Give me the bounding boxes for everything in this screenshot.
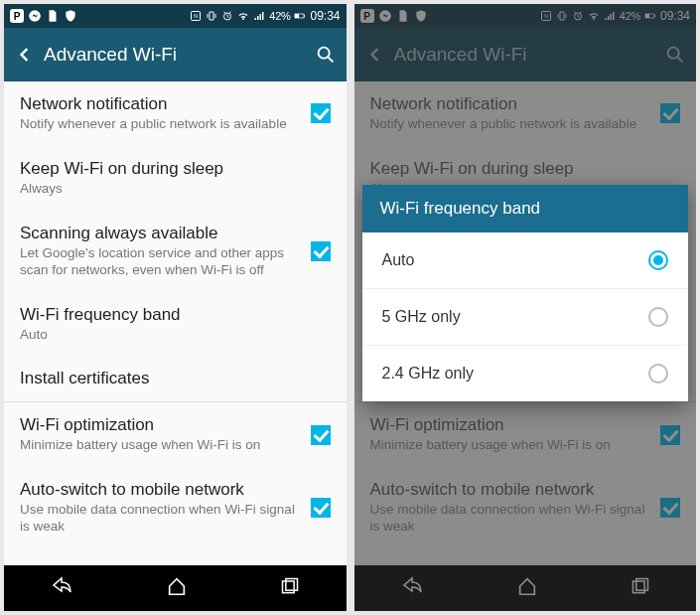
page-title: Advanced Wi-Fi [394,44,657,66]
svg-rect-6 [304,15,305,17]
page-title: Advanced Wi-Fi [44,44,307,66]
setting-frequency-band[interactable]: Wi-Fi frequency band Auto [4,292,347,357]
setting-title: Wi-Fi optimization [20,415,299,435]
setting-auto-switch-mobile[interactable]: Auto-switch to mobile network Use mobile… [4,467,347,548]
option-label: 5 GHz only [382,308,461,326]
settings-list: Network notification Notify whenever a p… [4,81,347,565]
dialog-option-2-4ghz[interactable]: 2.4 GHz only [362,345,689,401]
setting-subtitle: Notify whenever a public network is avai… [370,116,649,133]
battery-percent: 42% [269,10,290,22]
setting-title: Auto-switch to mobile network [20,480,299,500]
shield-icon [64,9,77,23]
radio-unselected[interactable] [648,364,668,384]
screen-left: P N 42% 09:34 Advanced Wi-Fi Network no [4,4,347,611]
chevron-left-icon [364,45,384,65]
app-bar: Advanced Wi-Fi [354,28,697,81]
setting-auto-switch-mobile[interactable]: Auto-switch to mobile network Use mobile… [354,467,697,548]
back-button[interactable] [364,45,394,65]
svg-rect-5 [295,14,299,18]
battery-icon [644,10,656,22]
battery-percent: 42% [620,10,640,22]
wifi-icon [588,10,600,22]
setting-install-certificates[interactable]: Install certificates [4,356,347,401]
nfc-icon: N [540,10,552,22]
vibrate-icon [206,10,217,22]
search-icon [664,44,686,66]
messenger-icon [378,9,392,23]
setting-subtitle: Use mobile data connection when Wi-Fi si… [20,502,299,536]
checkbox-checked[interactable] [660,103,680,123]
signal-icon [253,10,265,22]
wifi-icon [237,10,249,22]
svg-rect-18 [632,581,644,593]
dialog-option-5ghz[interactable]: 5 GHz only [362,288,689,345]
svg-point-7 [318,48,329,59]
notification-app-icon: P [10,9,24,23]
screen-right: P N 42% 09:34 Advanced Wi-Fi Network no [354,4,697,611]
svg-text:N: N [195,13,199,19]
radio-selected[interactable] [648,250,668,270]
back-button[interactable] [14,45,44,65]
checkbox-checked[interactable] [311,103,331,123]
dialog-title: Wi-Fi frequency band [362,185,689,232]
clock: 09:34 [310,9,340,23]
search-icon [315,44,337,66]
setting-title: Wi-Fi frequency band [20,305,319,325]
setting-subtitle: Minimize battery usage when Wi-Fi is on [20,437,299,454]
checkbox-checked[interactable] [311,425,331,445]
checkbox-checked[interactable] [311,498,331,518]
checkbox-checked[interactable] [660,425,680,445]
setting-subtitle: Use mobile data connection when Wi-Fi si… [370,502,649,536]
nav-back-button[interactable] [50,574,73,602]
checkbox-checked[interactable] [311,241,331,261]
nav-recent-icon [280,576,300,596]
setting-network-notification[interactable]: Network notification Notify whenever a p… [354,81,697,146]
nav-home-icon [166,575,188,597]
nfc-icon: N [190,10,202,22]
chevron-left-icon [14,45,34,65]
nav-recent-button[interactable] [280,576,300,600]
battery-icon [294,10,306,22]
dialog-frequency-band: Wi-Fi frequency band Auto 5 GHz only 2.4… [362,185,689,401]
setting-title: Scanning always available [20,224,299,243]
setting-keep-wifi-on-sleep[interactable]: Keep Wi-Fi on during sleep Always [4,146,347,211]
setting-title: Network notification [20,94,299,114]
setting-wifi-optimization[interactable]: Wi-Fi optimization Minimize battery usag… [4,402,347,467]
nav-bar [4,565,347,611]
nav-home-button[interactable] [166,575,188,601]
status-bar: P N 42% 09:34 [354,4,697,28]
setting-title: Auto-switch to mobile network [370,480,649,500]
clock: 09:34 [660,9,690,23]
svg-rect-15 [645,14,649,18]
setting-subtitle: Let Google's location service and other … [20,245,299,279]
setting-scanning-always[interactable]: Scanning always available Let Google's l… [4,211,347,292]
search-button[interactable] [656,44,686,66]
svg-rect-16 [654,15,655,17]
search-button[interactable] [307,44,337,66]
sim-icon [396,9,410,23]
setting-network-notification[interactable]: Network notification Notify whenever a p… [4,81,347,146]
setting-subtitle: Minimize battery usage when Wi-Fi is on [370,437,649,454]
checkbox-checked[interactable] [660,498,680,518]
setting-subtitle: Auto [20,327,319,344]
setting-title: Wi-Fi optimization [370,415,649,435]
nav-back-icon [400,574,424,598]
alarm-icon [572,10,584,22]
setting-wifi-optimization[interactable]: Wi-Fi optimization Minimize battery usag… [354,402,697,467]
alarm-icon [221,10,233,22]
nav-home-icon [516,575,538,597]
nav-back-button[interactable] [400,574,424,602]
nav-recent-button[interactable] [630,576,650,600]
option-label: Auto [382,251,415,269]
setting-title: Keep Wi-Fi on during sleep [20,159,319,179]
app-bar: Advanced Wi-Fi [4,28,347,81]
option-label: 2.4 GHz only [382,365,474,383]
dialog-option-auto[interactable]: Auto [362,232,689,288]
radio-unselected[interactable] [648,307,668,327]
nav-back-icon [50,574,73,598]
nav-home-button[interactable] [516,575,538,601]
svg-text:N: N [544,13,548,19]
shield-icon [414,9,428,23]
svg-rect-8 [283,581,295,593]
setting-subtitle: Always [20,181,319,198]
